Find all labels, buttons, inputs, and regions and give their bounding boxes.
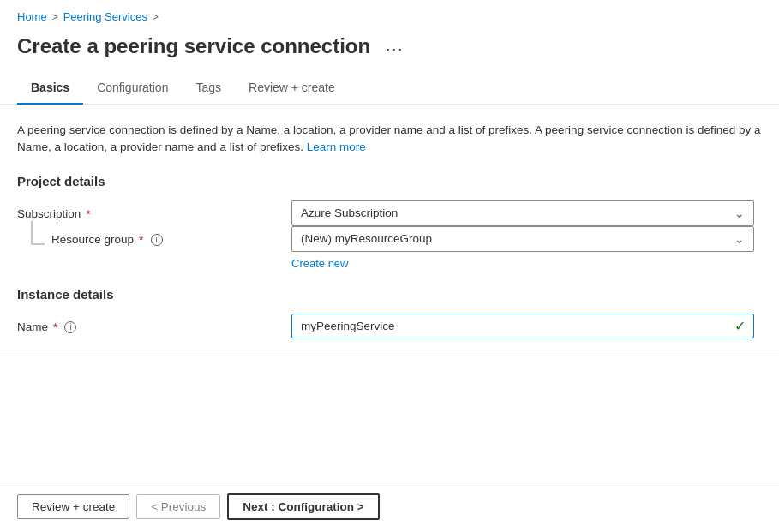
rg-indent bbox=[17, 226, 51, 245]
description-text: A peering service connection is defined … bbox=[17, 122, 762, 157]
resource-group-label: Resource group bbox=[51, 233, 134, 246]
subscription-required: * bbox=[86, 207, 90, 221]
instance-details-section: Instance details Name * i ✓ bbox=[17, 287, 762, 338]
page-header: Create a peering service connection ... bbox=[0, 30, 779, 72]
page-title: Create a peering service connection bbox=[17, 34, 370, 58]
name-required: * bbox=[53, 320, 57, 334]
rg-bracket bbox=[31, 221, 45, 245]
subscription-input-col: Azure Subscription ⌄ bbox=[291, 200, 754, 226]
form-area: A peering service connection is defined … bbox=[0, 105, 779, 338]
name-label: Name bbox=[17, 320, 48, 333]
review-create-button[interactable]: Review + create bbox=[17, 494, 129, 519]
previous-button[interactable]: < Previous bbox=[136, 494, 220, 519]
divider bbox=[0, 356, 779, 356]
breadcrumb-home[interactable]: Home bbox=[17, 10, 47, 23]
subscription-label-col: Subscription * bbox=[17, 200, 291, 221]
instance-details-title: Instance details bbox=[17, 287, 762, 302]
subscription-dropdown[interactable]: Azure Subscription ⌄ bbox=[291, 200, 754, 226]
subscription-row: Subscription * Azure Subscription ⌄ bbox=[17, 200, 762, 226]
tabs-container: Basics Configuration Tags Review + creat… bbox=[0, 72, 779, 105]
name-row: Name * i ✓ bbox=[17, 314, 762, 338]
subscription-label: Subscription bbox=[17, 207, 81, 220]
resource-group-required: * bbox=[139, 233, 143, 247]
name-input-col: ✓ bbox=[291, 314, 754, 338]
learn-more-link[interactable]: Learn more bbox=[307, 140, 366, 153]
name-input-wrapper: ✓ bbox=[291, 314, 754, 338]
next-button[interactable]: Next : Configuration > bbox=[227, 493, 379, 520]
ellipsis-button[interactable]: ... bbox=[381, 33, 409, 58]
footer: Review + create < Previous Next : Config… bbox=[0, 481, 779, 532]
resource-group-value: (New) myResourceGroup bbox=[301, 232, 432, 245]
breadcrumb: Home > Peering Services > bbox=[0, 0, 779, 30]
rg-label-col: Resource group * i bbox=[51, 226, 291, 247]
project-details-section: Project details Subscription * Azure Sub… bbox=[17, 174, 762, 270]
resource-group-input-col: (New) myResourceGroup ⌄ Create new bbox=[291, 226, 754, 270]
name-input[interactable] bbox=[291, 314, 754, 338]
name-info-icon[interactable]: i bbox=[64, 321, 76, 333]
resource-group-info-icon[interactable]: i bbox=[151, 234, 163, 246]
resource-group-row: Resource group * i (New) myResourceGroup… bbox=[17, 226, 762, 270]
resource-group-dropdown[interactable]: (New) myResourceGroup ⌄ bbox=[291, 226, 754, 252]
subscription-value: Azure Subscription bbox=[301, 206, 398, 219]
project-details-title: Project details bbox=[17, 174, 762, 188]
tab-review-create[interactable]: Review + create bbox=[235, 72, 349, 105]
breadcrumb-peering-services[interactable]: Peering Services bbox=[63, 10, 147, 23]
name-check-icon: ✓ bbox=[734, 318, 746, 334]
tab-tags[interactable]: Tags bbox=[182, 72, 235, 105]
create-new-link[interactable]: Create new bbox=[291, 257, 754, 270]
tab-configuration[interactable]: Configuration bbox=[83, 72, 182, 105]
breadcrumb-sep-2: > bbox=[153, 11, 159, 23]
name-label-col: Name * i bbox=[17, 314, 291, 334]
subscription-dropdown-arrow: ⌄ bbox=[734, 206, 745, 220]
tab-basics[interactable]: Basics bbox=[17, 72, 83, 105]
resource-group-dropdown-arrow: ⌄ bbox=[734, 232, 745, 246]
breadcrumb-sep-1: > bbox=[52, 11, 58, 23]
